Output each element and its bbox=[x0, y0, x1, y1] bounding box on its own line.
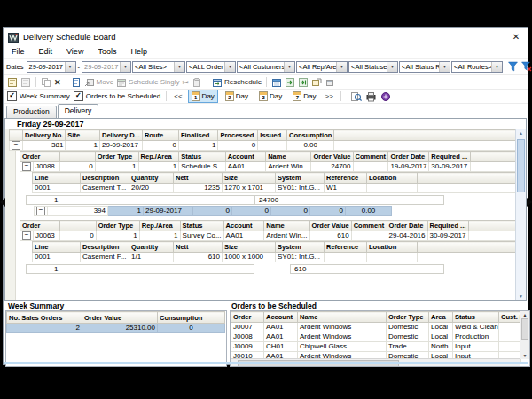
customers-select[interactable]: <All Customers>▼ bbox=[237, 61, 295, 73]
notepad-icon[interactable] bbox=[7, 77, 18, 88]
next-period-button[interactable]: >> bbox=[325, 92, 333, 100]
column-header[interactable]: Description bbox=[81, 242, 129, 253]
tab-production[interactable]: Production bbox=[6, 106, 57, 118]
column-header[interactable]: Area bbox=[429, 312, 453, 323]
statuses-select[interactable]: <All Statuses>▼ bbox=[348, 61, 398, 73]
week-summary-checkbox[interactable]: ✓ Week Summary bbox=[7, 91, 70, 101]
routes-select[interactable]: <All Routes>▼ bbox=[451, 61, 503, 73]
calendar-icon[interactable] bbox=[271, 77, 282, 88]
column-header[interactable]: Order bbox=[20, 221, 60, 231]
column-header[interactable]: Required ... bbox=[427, 221, 469, 231]
line-row[interactable]: 0001 Casement T... 20/20 1235 1270 x 170… bbox=[33, 184, 518, 193]
menu-file[interactable]: File bbox=[12, 47, 25, 56]
column-header[interactable]: Quantity bbox=[129, 242, 174, 253]
order-row-J0009[interactable]: J0009CH01Chipwell GlassTradeNorthInput bbox=[231, 342, 521, 352]
column-header[interactable]: Name bbox=[298, 312, 387, 323]
scroll-left-marker-icon[interactable] bbox=[0, 198, 5, 207]
collapse-icon[interactable]: − bbox=[22, 162, 31, 171]
column-header[interactable]: Comment bbox=[351, 221, 387, 231]
column-header[interactable]: No. Sales Orders bbox=[7, 312, 82, 324]
column-header[interactable]: Rep./Area bbox=[139, 221, 180, 231]
window-popout-icon[interactable] bbox=[325, 77, 335, 88]
collapse-icon[interactable]: − bbox=[22, 231, 31, 240]
column-header[interactable]: Size bbox=[223, 242, 276, 253]
print-preview-icon[interactable] bbox=[350, 91, 362, 102]
print-icon[interactable] bbox=[365, 91, 377, 102]
rep-area-select[interactable]: <All Rep/Area>▼ bbox=[296, 61, 348, 73]
column-header[interactable]: Name bbox=[264, 221, 309, 231]
apply-filter-icon[interactable] bbox=[508, 61, 518, 72]
previous-period-button[interactable]: << bbox=[174, 92, 182, 100]
column-header[interactable]: Reference bbox=[325, 242, 367, 253]
column-header[interactable]: Order Value bbox=[311, 152, 353, 162]
scroll-up-icon[interactable]: ▲ bbox=[520, 312, 529, 317]
column-header[interactable]: Name bbox=[266, 152, 311, 162]
column-header[interactable]: Order Value bbox=[82, 312, 158, 324]
column-header[interactable]: Location bbox=[367, 173, 418, 184]
reschedule-button[interactable]: Reschedule bbox=[212, 77, 262, 88]
delete-icon[interactable]: ✕ bbox=[54, 77, 61, 88]
scroll-down-icon[interactable]: ▼ bbox=[516, 293, 526, 299]
column-header[interactable]: Rep./Area bbox=[138, 152, 179, 162]
column-header[interactable]: Order Type bbox=[95, 152, 138, 162]
date-to-select[interactable]: 29-09-2017▼ bbox=[82, 61, 131, 73]
board-vertical-scrollbar[interactable]: ▲ ▼ bbox=[515, 129, 526, 300]
delivery-row-381[interactable]: − 381 1 29-09-2017 0 1 0 0.00 bbox=[10, 141, 526, 151]
menu-tools[interactable]: Tools bbox=[98, 47, 116, 56]
column-header[interactable]: Status bbox=[179, 152, 226, 162]
menu-help[interactable]: Help bbox=[130, 47, 147, 56]
column-header[interactable] bbox=[60, 152, 96, 162]
column-header[interactable]: Status bbox=[180, 221, 223, 231]
order-type-select[interactable]: <ALL Order Typ▼ bbox=[186, 61, 236, 73]
order-row-J0088[interactable]: − J0088 0 1 1 Schedule S... AA01 Ardent … bbox=[20, 162, 526, 172]
column-header[interactable]: System bbox=[276, 173, 325, 184]
orders-to-be-scheduled-checkbox[interactable]: ✓ Orders to be Scheduled bbox=[74, 91, 161, 101]
paste-icon[interactable] bbox=[192, 77, 202, 88]
clear-filter-icon[interactable] bbox=[521, 61, 532, 72]
column-header[interactable]: Account bbox=[223, 221, 264, 231]
column-header[interactable]: Delivery No. bbox=[23, 130, 66, 141]
column-header[interactable]: System bbox=[276, 242, 325, 253]
copy-icon[interactable] bbox=[41, 77, 51, 88]
move-button[interactable]: Move bbox=[84, 77, 114, 88]
go-last-icon[interactable] bbox=[298, 77, 309, 88]
orders-vertical-scrollbar[interactable]: ▲ ▼ bbox=[520, 311, 529, 359]
day-group-header[interactable]: Friday 29-09-2017 bbox=[5, 119, 526, 129]
column-header[interactable]: Line bbox=[33, 173, 81, 184]
collapse-icon[interactable]: − bbox=[36, 207, 45, 215]
column-header[interactable]: Finalised bbox=[178, 130, 218, 141]
column-header[interactable]: Issued bbox=[258, 130, 287, 141]
scroll-down-icon[interactable]: ▼ bbox=[520, 353, 529, 358]
title-bar[interactable]: Delivery Schedule Board ✕ bbox=[4, 28, 528, 45]
scroll-right-marker-icon[interactable] bbox=[527, 198, 532, 207]
report-form-icon[interactable] bbox=[71, 77, 82, 88]
column-header[interactable]: Description bbox=[81, 173, 129, 184]
column-header[interactable]: Nett bbox=[174, 173, 223, 184]
column-header[interactable]: Processed bbox=[218, 130, 258, 141]
order-row-J0007[interactable]: J0007AA01Ardent WindowsDomesticLocalWeld… bbox=[231, 323, 521, 332]
day-view-1-button[interactable]: 1 Day bbox=[188, 90, 218, 103]
column-header[interactable]: Order Type bbox=[96, 221, 139, 231]
date-from-select[interactable]: 29-09-2017▼ bbox=[27, 61, 76, 73]
delivery-row-394[interactable]: − 394 1 29-09-2017 0 0 0 0 0.00 bbox=[35, 207, 392, 216]
day-view-2-button[interactable]: 2 Day bbox=[222, 90, 252, 103]
line-row[interactable]: 0001 Casement F... 1/1 610 1000 x 1000 S… bbox=[33, 253, 518, 262]
column-header[interactable]: Route bbox=[142, 130, 178, 141]
sites-select[interactable]: <All Sites>▼ bbox=[132, 61, 185, 73]
column-header[interactable]: Consumption bbox=[287, 130, 334, 141]
column-header[interactable]: Reference bbox=[325, 173, 367, 184]
scrollbar-thumb[interactable] bbox=[521, 318, 528, 340]
column-header[interactable]: Order bbox=[20, 152, 60, 162]
column-header[interactable]: Required ... bbox=[429, 152, 471, 162]
day-view-3-button[interactable]: 3 Day bbox=[255, 90, 286, 103]
column-header[interactable]: Size bbox=[223, 173, 276, 184]
tab-delivery[interactable]: Delivery bbox=[58, 104, 99, 118]
export-icon[interactable] bbox=[311, 77, 322, 88]
column-header[interactable]: Order Date bbox=[388, 152, 429, 162]
column-header[interactable]: Comment bbox=[353, 152, 388, 162]
column-header[interactable] bbox=[60, 221, 96, 231]
column-header[interactable]: Order Value bbox=[309, 221, 351, 231]
order-row-J0063[interactable]: − J0063 0 1 1 Survey Co... AA01 Ardent W… bbox=[20, 231, 526, 241]
go-forward-icon[interactable] bbox=[285, 77, 295, 88]
week-summary-row[interactable]: 2 25310.00 0 bbox=[7, 324, 225, 333]
